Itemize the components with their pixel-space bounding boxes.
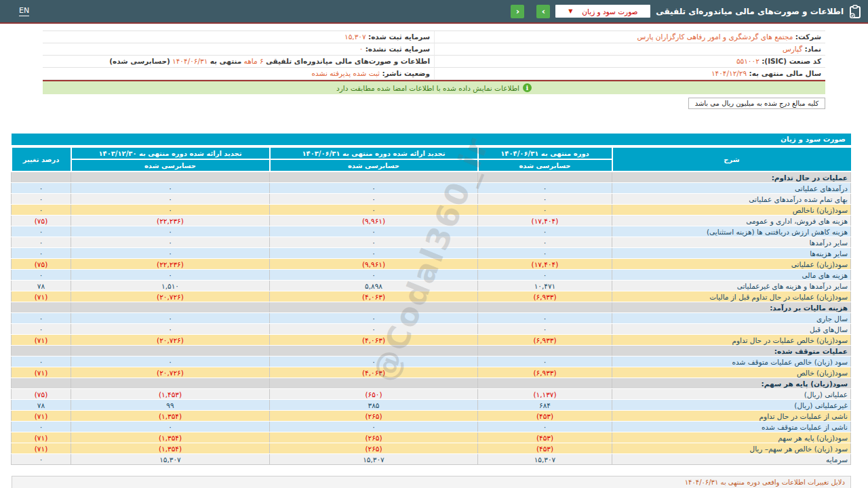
financial-statements-icon — [849, 5, 861, 18]
row-value: ۰ — [270, 183, 478, 194]
table-row: سود(زیان) ناخالص۰۰۰۰ — [12, 205, 851, 216]
row-value: ۰ — [12, 226, 71, 237]
report-period-suffix: (حسابرسی شده) — [109, 57, 170, 65]
footnote-section: دلایل تغییرات اطلاعات واقعی دوره منتهی ب… — [12, 476, 851, 488]
row-label: عملیات در حال تداوم: — [612, 171, 851, 183]
row-value — [12, 171, 71, 183]
symbol-row: نماد: گپارس — [434, 43, 825, 56]
table-row: هزینه های فروش، اداری و عمومی(۱۷,۴۰۴)(۹,… — [12, 216, 851, 226]
report-period-date: ۱۴۰۴/۰۶/۳۱ — [172, 57, 208, 65]
row-value: (۱,۳۵۴) — [71, 411, 270, 422]
chevron-right-icon: › — [542, 7, 545, 16]
table-row: سود(زیان) پایه هر سهم(۴۵۳)(۲۶۵)(۱,۳۵۴)(۷… — [12, 432, 851, 443]
row-value: ۰ — [71, 270, 270, 281]
col-subheader-audited-1: حسابرسی شده — [478, 159, 612, 171]
row-label: سایر هزینه‌ها — [612, 248, 851, 259]
row-value: ۵,۸۹۸ — [270, 281, 478, 291]
row-value: ۰ — [478, 270, 612, 281]
row-value: (۷۱) — [12, 432, 71, 443]
row-value: (۶,۹۳۳) — [478, 291, 612, 302]
row-value: (۲۶۵) — [270, 411, 478, 422]
row-value: (۷۵) — [12, 259, 71, 270]
row-value: ۰ — [270, 357, 478, 367]
row-value: ۰ — [71, 194, 270, 205]
chevron-down-icon: ▼ — [568, 8, 572, 14]
company-label: شرکت: — [795, 33, 821, 41]
row-label: سایر درآمدها و هزینه های غیرعملیاتی — [612, 281, 851, 291]
row-value: (۱۷,۴۰۴) — [478, 259, 612, 270]
table-row: غیرعملیاتی (ریال)۶۸۴۳۸۵۹۹۷۸ — [12, 400, 851, 411]
language-toggle-en[interactable]: EN — [19, 6, 29, 16]
row-value: ۱۵,۳۰۷ — [71, 454, 270, 465]
row-value: (۱,۱۳۷) — [478, 389, 612, 400]
row-value — [270, 171, 478, 183]
col-header-description: شرح — [612, 147, 851, 171]
row-label: سود (زیان) خالص هر سهم– ریال — [612, 443, 851, 454]
page-title: اطلاعات و صورت‌های مالی میاندوره‌ای تلفی… — [656, 7, 844, 16]
report-period-row: اطلاعات و صورت‌های مالی میاندوره‌ای تلفی… — [43, 56, 434, 68]
pl-table-body: عملیات در حال تداوم:درآمدهای عملیاتی۰۰۰۰… — [12, 171, 851, 465]
row-value: ۳۸۵ — [270, 400, 478, 411]
registered-capital-row: سرمایه ثبت شده: ۱۵,۳۰۷ — [43, 31, 434, 43]
row-value — [71, 378, 270, 389]
section-row: هزینه مالیات بر درآمد: — [12, 302, 851, 313]
unregistered-capital-row: سرمایه ثبت نشده: ۰ — [43, 43, 434, 56]
row-label: سود(زیان) پایه هر سهم: — [612, 378, 851, 389]
statement-selector-dropdown[interactable]: ▼ صورت سود و زیان — [555, 5, 650, 18]
row-label: سال‌های قبل — [612, 324, 851, 335]
report-period-prefix: اطلاعات و صورت‌های مالی میاندوره‌ای تلفی… — [266, 57, 430, 65]
row-label: سود(زیان) عملیاتی — [612, 259, 851, 270]
row-value — [270, 378, 478, 389]
row-value: ۰ — [12, 183, 71, 194]
row-value: ۰ — [71, 357, 270, 367]
report-period-middle: منتهی به — [210, 57, 242, 65]
row-label: سود(زیان) ناخالص — [612, 205, 851, 216]
row-value: ۷۸ — [12, 400, 71, 411]
row-value: ۰ — [12, 205, 71, 216]
row-label: سود(زیان) پایه هر سهم — [612, 432, 851, 443]
info-icon: i — [523, 83, 532, 92]
unregistered-capital-value: ۰ — [359, 45, 363, 53]
row-value: ۷۸ — [12, 281, 71, 291]
row-value: (۴,۰۶۳) — [270, 367, 478, 378]
company-info-panel: شرکت: مجتمع های گردشگری و امور رفاهی کار… — [43, 30, 825, 80]
table-header: شرح دوره منتهی به ۱۴۰۴/۰۶/۳۱ تجدید ارائه… — [12, 147, 851, 171]
row-value: ۰ — [71, 313, 270, 324]
row-value: (۴۵۳) — [478, 432, 612, 443]
row-value — [71, 302, 270, 313]
row-value: ۰ — [12, 194, 71, 205]
row-value: ۰ — [478, 324, 612, 335]
table-row: سایر درآمدها۰۰۰۰ — [12, 237, 851, 248]
row-value: (۴۵۳) — [478, 443, 612, 454]
row-value: (۴,۰۶۳) — [270, 335, 478, 346]
col-header-restated-prior-period: تجدید ارائه شده دوره منتهی به ۱۴۰۳/۰۶/۳۱ — [270, 147, 478, 159]
row-value: (۷۵) — [12, 216, 71, 226]
row-label: هزینه مالیات بر درآمد: — [612, 302, 851, 313]
publisher-status-label: وضعیت ناشر: — [382, 69, 430, 77]
header-divider-line — [0, 22, 868, 24]
previous-statement-button[interactable]: ‹ — [511, 5, 524, 18]
table-row: سال جاری۰۰۰۰ — [12, 313, 851, 324]
row-label: عملیاتی (ریال) — [612, 389, 851, 400]
chevron-left-icon: ‹ — [516, 7, 519, 16]
table-row: عملیاتی (ریال)(۱,۱۳۷)(۶۵۰)(۱,۴۵۳)(۷۵) — [12, 389, 851, 400]
row-value: (۴۵۳) — [478, 411, 612, 422]
row-value: ۰ — [478, 183, 612, 194]
row-value: ۰ — [270, 324, 478, 335]
table-row: سایر درآمدها و هزینه های غیرعملیاتی۱۰,۴۷… — [12, 281, 851, 291]
row-label: عملیات متوقف شده: — [612, 346, 851, 357]
statement-selector-value: صورت سود و زیان — [582, 7, 637, 16]
profit-loss-section: صورت سود و زیان شرح دوره منتهی به ۱۴۰۴/۰… — [12, 134, 851, 465]
table-row: سال‌های قبل۰۰۰۰ — [12, 324, 851, 335]
row-value: ۰ — [270, 270, 478, 281]
row-value: (۱,۳۵۴) — [71, 432, 270, 443]
row-value: (۲۶۵) — [270, 443, 478, 454]
row-label: ناشی از عملیات در حال تداوم — [612, 411, 851, 422]
row-value — [478, 171, 612, 183]
row-value: (۲۰,۷۲۶) — [71, 291, 270, 302]
table-row: ناشی از عملیات در حال تداوم(۴۵۳)(۲۶۵)(۱,… — [12, 411, 851, 422]
next-statement-button[interactable]: › — [536, 5, 550, 18]
row-label: غیرعملیاتی (ریال) — [612, 400, 851, 411]
row-value: ۰ — [478, 194, 612, 205]
row-label: ناشی از عملیات متوقف شده — [612, 422, 851, 432]
